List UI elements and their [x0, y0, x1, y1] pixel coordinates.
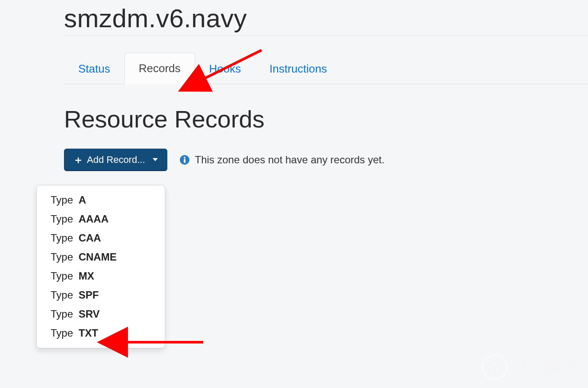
record-type-option-mx[interactable]: Type MX — [37, 267, 165, 286]
header-divider — [64, 35, 588, 35]
record-type-option-spf[interactable]: Type SPF — [37, 286, 165, 305]
record-type-option-a[interactable]: Type A — [37, 191, 165, 210]
empty-state-message: This zone does not have any records yet. — [179, 154, 385, 166]
record-type-dropdown: Type A Type AAAA Type CAA Type CNAME Typ… — [36, 185, 165, 348]
record-type-option-aaaa[interactable]: Type AAAA — [37, 210, 165, 229]
section-title: Resource Records — [64, 105, 588, 133]
page-title: smzdm.v6.navy — [64, 3, 588, 33]
watermark: 值 什么值得买 — [482, 354, 578, 380]
watermark-text: 什么值得买 — [513, 359, 578, 375]
add-record-button[interactable]: ＋ Add Record... — [64, 149, 167, 171]
record-type-option-cname[interactable]: Type CNAME — [37, 248, 165, 267]
records-toolbar: ＋ Add Record... This zone does not have … — [64, 149, 588, 171]
info-icon — [179, 155, 190, 165]
caret-down-icon — [152, 158, 158, 162]
tab-records[interactable]: Records — [125, 53, 195, 84]
empty-state-text: This zone does not have any records yet. — [195, 154, 385, 166]
tab-hooks[interactable]: Hooks — [195, 53, 256, 84]
svg-point-1 — [184, 157, 185, 159]
svg-rect-2 — [184, 159, 185, 163]
record-type-option-txt[interactable]: Type TXT — [37, 324, 165, 343]
watermark-badge: 值 — [482, 354, 508, 380]
tab-status[interactable]: Status — [64, 53, 125, 84]
tab-instructions[interactable]: Instructions — [255, 53, 341, 84]
zone-tabs: Status Records Hooks Instructions — [64, 53, 588, 84]
record-type-option-srv[interactable]: Type SRV — [37, 305, 165, 324]
plus-icon: ＋ — [73, 155, 83, 165]
add-record-label: Add Record... — [87, 154, 145, 165]
record-type-option-caa[interactable]: Type CAA — [37, 229, 165, 248]
dns-zone-records-page: smzdm.v6.navy Status Records Hooks Instr… — [0, 0, 588, 388]
